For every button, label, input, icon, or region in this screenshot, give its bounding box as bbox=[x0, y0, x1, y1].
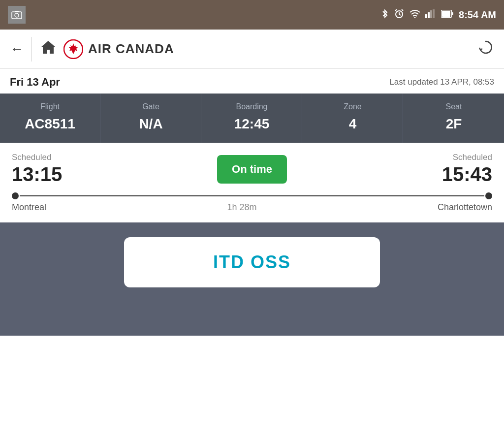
route-cities: Montreal 1h 28m Charlottetown bbox=[12, 202, 492, 222]
nav-logo-area: AIR CANADA bbox=[63, 39, 477, 59]
wifi-icon bbox=[410, 9, 420, 21]
photo-icon bbox=[8, 6, 26, 24]
departure-time: 13:15 bbox=[12, 163, 62, 186]
last-updated: Last updated 13 APR, 08:53 bbox=[389, 77, 494, 87]
signal-icon bbox=[425, 9, 436, 21]
gate-value: N/A bbox=[139, 116, 162, 132]
svg-line-5 bbox=[399, 14, 401, 15]
svg-rect-15 bbox=[452, 12, 453, 15]
svg-rect-14 bbox=[442, 11, 450, 17]
origin-dot bbox=[12, 192, 19, 199]
battery-icon bbox=[441, 10, 454, 20]
on-time-badge: On time bbox=[217, 155, 287, 184]
status-bar-left bbox=[8, 6, 26, 24]
boarding-time: 12:45 bbox=[234, 116, 270, 132]
svg-point-8 bbox=[414, 17, 416, 18]
flight-cell-seat: Seat 2F bbox=[404, 94, 504, 143]
status-time: 8:54 AM bbox=[459, 9, 496, 21]
departure-info: Scheduled 13:15 bbox=[12, 153, 62, 186]
arrival-label: Scheduled bbox=[453, 153, 492, 162]
flight-grid: Flight AC8511 Gate N/A Boarding 12:45 Zo… bbox=[0, 94, 504, 143]
gate-label: Gate bbox=[142, 102, 159, 111]
date-row: Fri 13 Apr Last updated 13 APR, 08:53 bbox=[0, 69, 504, 94]
refresh-button[interactable] bbox=[477, 39, 494, 59]
flight-cell-flight: Flight AC8511 bbox=[0, 94, 100, 143]
bottom-section: ITD OSS bbox=[0, 222, 504, 336]
nav-divider bbox=[32, 37, 32, 62]
zone-label: Zone bbox=[344, 102, 361, 111]
svg-rect-9 bbox=[425, 14, 427, 18]
flight-cell-zone: Zone 4 bbox=[303, 94, 403, 143]
schedule-row: Scheduled 13:15 On time Scheduled 15:43 bbox=[12, 153, 492, 186]
seat-value: 2F bbox=[446, 116, 462, 132]
svg-rect-0 bbox=[12, 12, 22, 19]
back-button[interactable]: ← bbox=[10, 41, 32, 57]
flight-number: AC8511 bbox=[25, 116, 75, 132]
svg-point-1 bbox=[15, 13, 19, 17]
nav-title: AIR CANADA bbox=[88, 41, 174, 57]
flight-cell-boarding: Boarding 12:45 bbox=[202, 94, 302, 143]
origin-city: Montreal bbox=[12, 202, 46, 213]
boarding-label: Boarding bbox=[236, 102, 267, 111]
route-section: Montreal 1h 28m Charlottetown bbox=[0, 188, 504, 222]
svg-marker-16 bbox=[41, 41, 56, 54]
home-button[interactable] bbox=[40, 40, 57, 58]
svg-rect-11 bbox=[430, 10, 432, 18]
svg-rect-12 bbox=[433, 9, 435, 18]
arrival-time: 15:43 bbox=[442, 163, 492, 186]
departure-label: Scheduled bbox=[12, 153, 51, 162]
svg-rect-2 bbox=[15, 11, 19, 12]
svg-line-6 bbox=[395, 9, 397, 11]
status-bar-right: 8:54 AM bbox=[381, 8, 496, 22]
seat-label: Seat bbox=[446, 102, 462, 111]
flight-duration: 1h 28m bbox=[227, 202, 256, 213]
zone-value: 4 bbox=[349, 116, 357, 132]
svg-rect-10 bbox=[428, 12, 430, 18]
itd-card: ITD OSS bbox=[124, 237, 380, 287]
route-line-container bbox=[12, 192, 492, 199]
air-canada-logo bbox=[63, 39, 83, 59]
schedule-section: Scheduled 13:15 On time Scheduled 15:43 bbox=[0, 143, 504, 186]
flight-cell-gate: Gate N/A bbox=[101, 94, 201, 143]
nav-bar: ← AIR CANADA bbox=[0, 30, 504, 69]
route-line bbox=[20, 195, 484, 196]
destination-city: Charlottetown bbox=[438, 202, 492, 213]
destination-dot bbox=[485, 192, 492, 199]
itd-text: ITD OSS bbox=[213, 252, 291, 273]
bluetooth-icon bbox=[381, 8, 389, 22]
flight-label: Flight bbox=[40, 102, 60, 111]
svg-line-7 bbox=[402, 9, 403, 11]
arrival-info: Scheduled 15:43 bbox=[442, 153, 492, 186]
flight-date: Fri 13 Apr bbox=[10, 76, 60, 89]
status-bar: 8:54 AM bbox=[0, 0, 504, 30]
alarm-icon bbox=[394, 8, 405, 22]
